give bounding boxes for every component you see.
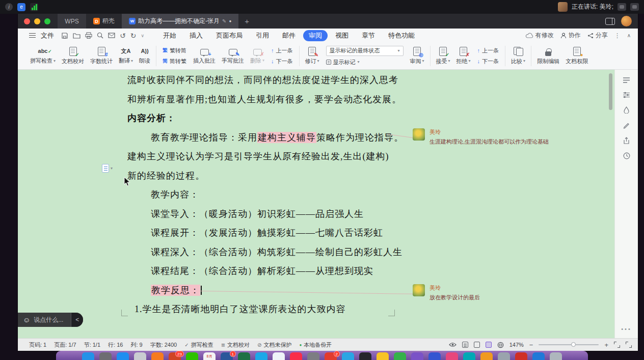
next-comment-button[interactable]: ↓下一条 — [271, 58, 293, 65]
collapse-ribbon-icon[interactable]: ∧ — [627, 33, 631, 38]
doc-line[interactable]: 新的经验的过程。 — [127, 167, 405, 186]
share-button[interactable]: 分享 — [587, 31, 608, 40]
zoom-slider[interactable] — [539, 344, 599, 345]
close-window-button[interactable] — [24, 18, 30, 24]
comment-2[interactable]: 美玲 放在教学设计的最后 — [413, 284, 558, 301]
tab-wps-home[interactable]: WPS — [58, 14, 86, 29]
new-tab-button[interactable]: + — [245, 17, 249, 25]
fullscreen-icon[interactable] — [614, 342, 620, 348]
status-word-count[interactable]: 字数: 2400 — [150, 341, 177, 349]
wechat-icon[interactable] — [186, 352, 198, 360]
app-blue-icon[interactable] — [428, 352, 441, 360]
doc-line[interactable]: 1.学生是否清晰地明白了这堂课所表达的大致内容 — [127, 300, 405, 319]
outline-list-icon[interactable] — [623, 77, 630, 84]
proofread-button[interactable]: ✓ 文档校对 — [59, 43, 87, 69]
tab-view[interactable]: 视图 — [330, 30, 354, 41]
tab-section[interactable]: 章节 — [356, 30, 381, 41]
finder-icon[interactable] — [82, 352, 94, 360]
quickbar-caret-icon[interactable]: ∨ — [141, 33, 144, 38]
chat-overlay[interactable]: ☺ 说点什么... < — [18, 313, 83, 327]
camera-icon[interactable] — [630, 3, 639, 11]
review-pane-button[interactable]: ◎ 审阅▾ — [407, 43, 427, 69]
zoom-in-button[interactable]: + — [604, 341, 608, 349]
qq-icon[interactable] — [273, 352, 285, 360]
launchpad-icon[interactable] — [99, 352, 112, 360]
modified-status[interactable]: 有修改 — [525, 31, 554, 40]
zoom-out-button[interactable]: − — [529, 341, 533, 349]
tab-document[interactable]: W 助力高考——拥抱不确定-张月 ✎ ● — [122, 14, 238, 29]
window-layout-icon[interactable] — [605, 18, 615, 25]
telegram-icon[interactable] — [342, 352, 354, 360]
document-page[interactable]: 流时收获同伴不同的想法，而同伴的想法度促进学生的深入思考 和辨析有显著作用;也知… — [127, 71, 405, 319]
prev-revision-button[interactable]: ↑上一条 — [477, 47, 499, 54]
track-changes-button[interactable]: ✎ 修订▾ — [302, 43, 323, 69]
eye-protect-icon[interactable] — [449, 342, 457, 347]
doc-line[interactable]: 课程展开：（发展活动）触摸彩虹——七嘴八舌话彩虹 — [127, 224, 405, 243]
translate-button[interactable]: 文A 翻译▾ — [116, 43, 136, 69]
word-icon[interactable]: 1 — [221, 352, 233, 360]
chat-input-placeholder[interactable]: 说点什么... — [34, 316, 67, 324]
status-backup[interactable]: ●本地备份开 — [299, 341, 332, 349]
status-protection[interactable]: ⊘文档未保护 — [257, 341, 291, 349]
app-yellow-icon[interactable] — [377, 352, 389, 360]
doc-line[interactable]: 课堂导入：（暖身活动）初识彩虹——品启强人生 — [127, 205, 405, 224]
fit-page-icon[interactable] — [626, 342, 632, 348]
export-share-icon[interactable] — [623, 137, 630, 144]
status-spellcheck[interactable]: ✓拼写检查 — [184, 341, 213, 349]
compare-button[interactable]: 比较▾ — [508, 43, 528, 69]
status-proofread[interactable]: ≣文档校对 — [221, 341, 250, 349]
markup-state-select[interactable]: 显示标记的最终状态▾ — [326, 46, 404, 56]
simp-to-trad-button[interactable]: 简简转繁 — [163, 58, 186, 65]
safari-icon[interactable] — [117, 352, 129, 360]
export-icon[interactable] — [108, 33, 115, 38]
handwrite-comment-button[interactable]: ✎ 手写批注 — [219, 43, 247, 69]
settings-icon[interactable] — [307, 352, 319, 360]
reject-button[interactable]: ✗ 拒绝▾ — [453, 43, 474, 69]
app-orange2-icon[interactable] — [480, 352, 493, 360]
tab-docer[interactable]: D 稻壳 — [86, 14, 122, 29]
web-view-icon[interactable] — [497, 342, 504, 348]
doc-line[interactable]: 和辨析有显著作用;也知道人生规划有很多，要学会动态化发展。 — [127, 90, 405, 109]
app-purple-icon[interactable] — [411, 352, 423, 360]
account-avatar[interactable] — [621, 16, 632, 26]
app-orange-icon[interactable] — [151, 352, 164, 360]
app-teal-icon[interactable] — [463, 352, 475, 360]
pen-tool-icon[interactable] — [623, 122, 630, 129]
chat-collapse-button[interactable]: < — [71, 313, 83, 327]
vertical-scrollbar-thumb[interactable] — [609, 73, 612, 110]
doc-line[interactable]: 流时收获同伴不同的想法，而同伴的想法度促进学生的深入思考 — [127, 71, 405, 90]
doc-line[interactable]: 课程结尾：（综合活动）解析彩虹——从理想到现实 — [127, 262, 405, 281]
print-layout-view-icon[interactable] — [462, 342, 468, 348]
read-view-icon[interactable] — [474, 342, 480, 348]
app-red-icon[interactable]: 2 — [325, 352, 337, 360]
ink-drop-icon[interactable] — [624, 106, 629, 114]
tab-start[interactable]: 开始 — [157, 30, 182, 41]
file-menu[interactable]: 文件 — [41, 31, 54, 40]
doc-line[interactable]: 教学内容： — [127, 185, 405, 205]
tab-review[interactable]: 审阅 — [303, 30, 328, 41]
zoom-slider-knob[interactable] — [571, 342, 576, 347]
doc-permission-button[interactable]: ● 文档权限 — [562, 43, 591, 69]
doc-line-theory[interactable]: 教育教学理论指导：采用建构主义辅导策略作为理论指导。 — [127, 128, 405, 148]
save-icon[interactable] — [61, 32, 68, 39]
tab-mailings[interactable]: 邮件 — [277, 30, 301, 41]
word-count-button[interactable]: # 字数统计 — [87, 43, 116, 69]
collaborate-button[interactable]: 协作 — [560, 31, 581, 40]
nav-float-button[interactable]: ▾ — [102, 164, 113, 173]
prev-comment-button[interactable]: ↑上一条 — [271, 47, 293, 54]
history-clock-icon[interactable] — [623, 152, 630, 159]
app-green-icon[interactable] — [394, 352, 406, 360]
calendar-icon[interactable]: 8月 — [203, 352, 216, 360]
undo-icon[interactable]: ↺ — [120, 32, 126, 40]
keynote-icon[interactable] — [255, 352, 267, 360]
mic-icon[interactable] — [618, 3, 626, 11]
app-pink-icon[interactable] — [446, 352, 458, 360]
insert-comment-button[interactable]: + 插入批注 — [190, 43, 219, 69]
more-tools-icon[interactable]: ••• — [621, 326, 632, 332]
tab-page-layout[interactable]: 页面布局 — [210, 30, 248, 41]
stats-icon[interactable] — [30, 3, 38, 11]
open-icon[interactable] — [73, 33, 81, 39]
app-gray2-icon[interactable] — [498, 352, 510, 360]
powerpoint-icon[interactable]: 23 — [169, 352, 181, 360]
zoom-window-button[interactable] — [44, 18, 50, 24]
